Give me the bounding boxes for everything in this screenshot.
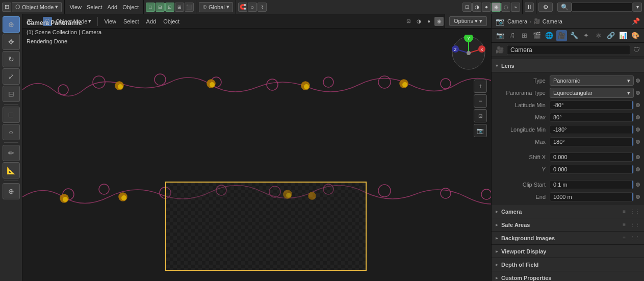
cursor-tool[interactable]: ⊕ [3,16,20,33]
prop-icon-object[interactable]: 🎥 [556,30,567,41]
snap-icon-2[interactable]: ⊟ [156,3,165,12]
clip-end-field[interactable]: 1000 m [550,192,634,201]
pin-button[interactable]: 📌 [632,17,640,25]
prop-icon-modifier[interactable]: 🔧 [569,30,579,41]
scale-tool[interactable]: ⤢ [3,68,20,85]
snap-icon-5[interactable]: ⬛ [185,3,194,12]
rotate-tool[interactable]: ↻ [3,51,20,67]
render-settings-icon[interactable]: ⚙ [538,3,553,12]
prop-icon-render[interactable]: 📷 [495,30,505,41]
snap-magnet[interactable]: 🧲 [238,3,247,12]
shift-x-field[interactable]: 0.000 [550,152,634,162]
circle-select-tool[interactable]: ○ [3,124,20,140]
vp-shading-material[interactable]: ● [424,17,433,26]
prop-icon-particles[interactable]: ✦ [581,30,591,41]
view-menu-btn[interactable]: View [67,3,84,11]
vp-shading-wire[interactable]: ⊡ [404,17,413,26]
lon-min-dot[interactable] [636,127,640,132]
lat-max-dot[interactable] [636,115,640,119]
clip-start-dot[interactable] [636,183,640,187]
prop-icon-constraints[interactable]: 🔗 [606,30,616,41]
shift-y-field[interactable]: 0.000 [550,165,634,174]
transform-dropdown[interactable]: ⊕ Global ▾ [199,2,233,12]
wireframe-btn[interactable]: ⊡ [462,3,472,12]
select-mode-icon[interactable]: ⬡ [43,17,52,26]
search-bar[interactable] [572,3,633,12]
proportional-connected[interactable]: ⌇ [257,3,267,12]
prop-icon-world[interactable]: 🌐 [544,30,555,41]
snap-icon-3[interactable]: ⊡ [165,3,174,12]
annotate-tool[interactable]: ✏ [3,145,20,161]
vp-object-mode[interactable]: Object Mode ▾ [53,17,94,25]
lens-section-header[interactable]: ▾ Lens [492,59,644,72]
camera-dot-dots[interactable]: ⋮⋮ [630,209,640,214]
search-dropdown[interactable]: ▾ [633,3,642,12]
object-mode-dropdown[interactable]: ⬡ Object Mode ▾ [12,2,62,12]
vp-object-menu[interactable]: Object [161,17,182,25]
pause-btn[interactable]: ⏸ [525,3,534,12]
material-btn[interactable]: ● [482,3,491,12]
prop-icon-view-layer[interactable]: ⊞ [519,30,530,41]
viewport-editor-type[interactable]: ⊞ [24,16,35,26]
camera-dot-menu[interactable]: ≡ [623,209,626,214]
lon-max-dot[interactable] [636,140,640,144]
view-all-btn[interactable]: ⊡ [474,109,487,122]
bg-images-dot-dots[interactable]: ⋮⋮ [630,235,640,241]
object-menu-btn[interactable]: Object [120,3,141,11]
editor-type-icon[interactable]: ⊞ [2,3,11,12]
vp-display-section-header[interactable]: ▸ Viewport Display [492,245,644,258]
camera-section-header[interactable]: ▸ Camera ≡ ⋮⋮ [492,205,644,218]
safe-areas-dot-menu[interactable]: ≡ [623,222,626,227]
prop-icon-data[interactable]: 📊 [618,30,629,41]
shift-y-dot[interactable] [636,167,640,171]
lat-min-field[interactable]: -80° [550,100,634,110]
camera-view-btn[interactable]: 📷 [474,124,487,137]
bg-images-dot-menu[interactable]: ≡ [623,235,626,241]
add-menu-btn[interactable]: Add [105,3,120,11]
vp-shading-rendered[interactable]: ◉ [434,17,444,26]
shading-extra1[interactable]: ◌ [501,3,510,12]
vp-view-menu[interactable]: View [101,17,119,25]
safe-areas-dot-dots[interactable]: ⋮⋮ [630,222,640,227]
type-keyframe-dot[interactable] [636,79,640,83]
custom-props-section-header[interactable]: ▸ Custom Properties [492,271,644,281]
nav-gizmo[interactable]: X Y Z [450,35,487,71]
lat-min-dot[interactable] [636,103,640,107]
type-dropdown[interactable]: Panoramic ▾ [550,75,634,86]
solid-btn[interactable]: ◑ [472,3,481,12]
clip-end-dot[interactable] [636,195,640,199]
camera-name-input[interactable] [507,45,630,55]
box-select-tool[interactable]: □ [3,107,20,123]
move-tool[interactable]: ✥ [3,34,20,50]
options-button[interactable]: Options ▾ ▾ [449,16,487,26]
shift-x-dot[interactable] [636,155,640,159]
vp-add-menu[interactable]: Add [144,17,159,25]
snap-icon-4[interactable]: ⊞ [175,3,184,12]
measure-tool[interactable]: 📐 [3,162,20,178]
viewport[interactable]: ⊞ ⬡ Object Mode ▾ View Select Add Object… [22,14,491,281]
prop-icon-scene[interactable]: 🎬 [532,30,543,41]
add-cube-tool[interactable]: ⊕ [3,183,20,199]
prop-icon-material[interactable]: 🎨 [630,30,641,41]
rendered-btn[interactable]: ◉ [492,3,501,12]
prop-icon-physics[interactable]: ⚛ [593,30,604,41]
lon-min-field[interactable]: -180° [550,125,634,134]
safe-areas-section-header[interactable]: ▸ Safe Areas ≡ ⋮⋮ [492,218,644,232]
select-menu-btn[interactable]: Select [84,3,105,11]
lat-max-field[interactable]: 80° [550,113,634,122]
clip-start-field[interactable]: 0.1 m [550,180,634,189]
lon-max-field[interactable]: 180° [550,137,634,146]
zoom-in-btn[interactable]: + [474,80,487,93]
prop-icon-output[interactable]: 🖨 [507,30,518,41]
search-icon[interactable]: 🔍 [557,3,572,12]
shading-extra2[interactable]: ⌁ [511,3,520,12]
proportional-btn[interactable]: ○ [248,3,257,12]
bg-images-section-header[interactable]: ▸ Background Images ≡ ⋮⋮ [492,232,644,245]
panorama-type-dropdown[interactable]: Equirectangular ▾ [550,88,634,98]
transform-tool[interactable]: ⊟ [3,86,20,102]
zoom-out-btn[interactable]: − [474,94,487,108]
snap-icon-1[interactable]: □ [146,3,155,12]
shield-icon[interactable]: 🛡 [633,46,640,54]
vp-shading-solid[interactable]: ◑ [414,17,423,26]
dof-section-header[interactable]: ▸ Depth of Field [492,258,644,271]
